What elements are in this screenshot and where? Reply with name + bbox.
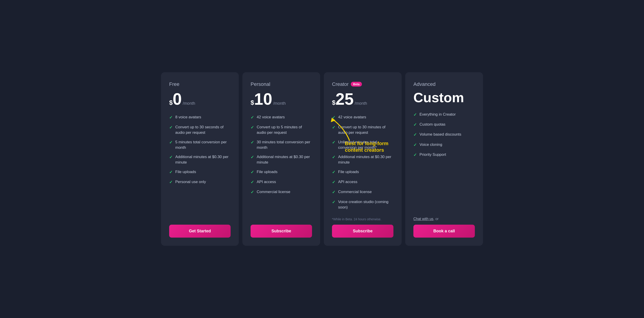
list-item: ✓ 8 voice avatars — [169, 114, 230, 120]
check-icon: ✓ — [250, 190, 254, 195]
personal-features-list: ✓ 42 voice avatars ✓ Convert up to 5 min… — [250, 114, 312, 217]
personal-currency: $ — [250, 99, 254, 106]
check-icon: ✓ — [169, 125, 172, 130]
personal-plan-card: Personal $ 10 /month ✓ 42 voice avatars … — [242, 72, 320, 246]
advanced-price-row: Custom — [414, 91, 475, 104]
list-item: ✓ Voice creation studio (coming soon) — [332, 199, 394, 210]
check-icon: ✓ — [414, 112, 417, 118]
list-item: ✓ File uploads — [169, 169, 230, 175]
check-icon: ✓ — [169, 140, 172, 145]
list-item: ✓ Additional minutes at $0.30 per minute — [250, 154, 312, 165]
list-item: ✓ Volume based discounts — [414, 132, 475, 138]
check-icon: ✓ — [332, 125, 336, 130]
personal-cta-button[interactable]: Subscribe — [250, 225, 312, 238]
creator-plan-card: Creator Beta $ 25 /month Best for long-f… — [324, 72, 402, 246]
creator-footer-note: *While in Beta. 24 hours otherwise. — [332, 217, 394, 221]
check-icon: ✓ — [414, 142, 417, 148]
list-item: ✓ API access — [250, 179, 312, 185]
free-period: /month — [183, 101, 195, 106]
advanced-amount: Custom — [414, 91, 464, 104]
list-item: ✓ Priority Support — [414, 152, 475, 158]
advanced-plan-card: Advanced Custom ✓ Everything in Creator … — [405, 72, 483, 246]
list-item: ✓ File uploads — [332, 169, 394, 175]
creator-amount: 25 — [336, 91, 354, 107]
free-price-row: $ 0 /month — [169, 91, 230, 107]
list-item: ✓ Convert up to 30 minutes of audio per … — [332, 124, 394, 135]
advanced-plan-name: Advanced — [414, 81, 475, 87]
list-item: ✓ Convert up to 30 seconds of audio per … — [169, 124, 230, 135]
creator-currency: $ — [332, 99, 336, 106]
check-icon: ✓ — [332, 180, 336, 185]
check-icon: ✓ — [169, 180, 172, 185]
chat-link-row: Chat with us, or — [414, 217, 475, 221]
list-item: ✓ Commercial license — [332, 189, 394, 195]
creator-period: /month — [355, 101, 367, 106]
creator-cta-button[interactable]: Subscribe — [332, 225, 394, 238]
chat-with-us-link[interactable]: Chat with us — [414, 217, 433, 221]
check-icon: ✓ — [332, 140, 336, 145]
check-icon: ✓ — [332, 170, 336, 175]
creator-plan-name: Creator Beta — [332, 81, 394, 87]
list-item: ✓ 42 voice avatars — [250, 114, 312, 120]
pricing-container: Free $ 0 /month ✓ 8 voice avatars ✓ Conv… — [161, 72, 483, 246]
check-icon: ✓ — [332, 199, 336, 205]
check-icon: ✓ — [169, 115, 172, 120]
list-item: ✓ Everything in Creator — [414, 112, 475, 118]
list-item: ✓ Convert up to 5 minutes of audio per r… — [250, 124, 312, 135]
check-icon: ✓ — [250, 125, 254, 130]
check-icon: ✓ — [250, 140, 254, 145]
free-features-list: ✓ 8 voice avatars ✓ Convert up to 30 sec… — [169, 114, 230, 217]
list-item: ✓ Custom quotas — [414, 122, 475, 128]
personal-price-row: $ 10 /month — [250, 91, 312, 107]
personal-amount: 10 — [254, 91, 272, 107]
advanced-features-list: ✓ Everything in Creator ✓ Custom quotas … — [414, 112, 475, 210]
beta-badge: Beta — [351, 82, 362, 87]
free-plan-name: Free — [169, 81, 230, 87]
check-icon: ✓ — [169, 154, 172, 160]
check-icon: ✓ — [332, 154, 336, 160]
list-item: ✓ Unlimited minutes total conversion per… — [332, 139, 394, 150]
check-icon: ✓ — [332, 190, 336, 195]
check-icon: ✓ — [250, 180, 254, 185]
free-cta-button[interactable]: Get Started — [169, 225, 230, 238]
check-icon: ✓ — [414, 152, 417, 158]
check-icon: ✓ — [169, 170, 172, 175]
check-icon: ✓ — [250, 115, 254, 120]
free-currency: $ — [169, 99, 173, 106]
list-item: ✓ Voice cloning — [414, 142, 475, 148]
list-item: ✓ Additional minutes at $0.30 per minute — [169, 154, 230, 165]
list-item: ✓ 30 minutes total conversion per month — [250, 139, 312, 150]
list-item: ✓ Personal use only — [169, 179, 230, 185]
creator-price-row: $ 25 /month — [332, 91, 394, 107]
check-icon: ✓ — [414, 122, 417, 128]
check-icon: ✓ — [250, 154, 254, 160]
personal-period: /month — [273, 101, 286, 106]
personal-plan-name: Personal — [250, 81, 312, 87]
check-icon: ✓ — [250, 170, 254, 175]
free-amount: 0 — [173, 91, 182, 107]
list-item: ✓ File uploads — [250, 169, 312, 175]
list-item: ✓ 42 voice avatars — [332, 114, 394, 120]
check-icon: ✓ — [332, 115, 336, 120]
free-plan-card: Free $ 0 /month ✓ 8 voice avatars ✓ Conv… — [161, 72, 239, 246]
advanced-cta-button[interactable]: Book a call — [414, 225, 475, 238]
list-item: ✓ Commercial license — [250, 189, 312, 195]
list-item: ✓ API access — [332, 179, 394, 185]
creator-features-list: ✓ 42 voice avatars ✓ Convert up to 30 mi… — [332, 114, 394, 210]
list-item: ✓ 5 minutes total conversion per month — [169, 139, 230, 150]
check-icon: ✓ — [414, 132, 417, 138]
list-item: ✓ Additional minutes at $0.30 per minute — [332, 154, 394, 165]
